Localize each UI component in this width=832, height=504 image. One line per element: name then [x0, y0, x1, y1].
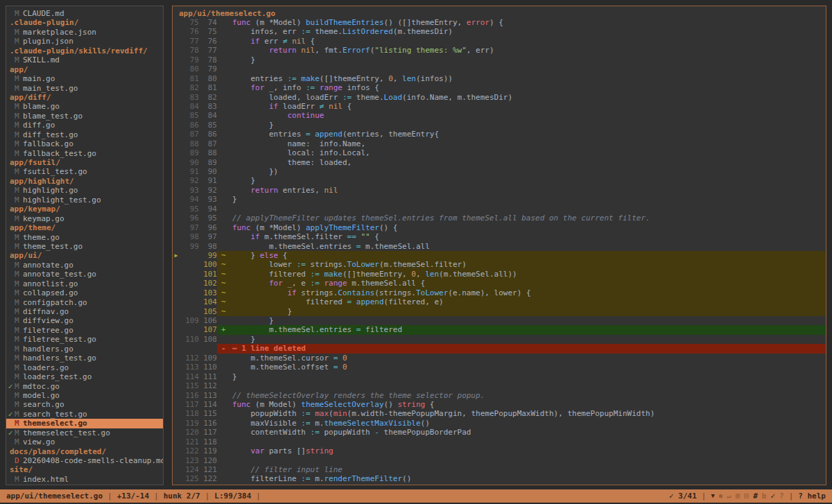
new-line-number: 98: [199, 242, 217, 251]
code-token: func: [232, 18, 251, 27]
tree-file-row[interactable]: Mcollapsed.go: [6, 288, 163, 297]
tree-file-row[interactable]: Mannotlist.go: [6, 279, 163, 288]
tree-file-row[interactable]: Mhighlight.go: [6, 186, 163, 195]
old-line-number: 114: [180, 372, 199, 381]
tree-file-row[interactable]: MCLAUDE.md: [6, 9, 163, 18]
file-status-badge: M: [15, 475, 23, 484]
code-token: append: [356, 297, 384, 306]
tree-file-row[interactable]: Mloaders_test.go: [6, 372, 163, 381]
tree-file-row[interactable]: Mannotate_test.go: [6, 270, 163, 279]
old-line-number: 89: [180, 148, 199, 157]
tree-file-row[interactable]: Mplugin.json: [6, 37, 163, 46]
code-token: [232, 111, 287, 120]
tree-dir-row[interactable]: site/: [6, 465, 163, 474]
tree-dir-row[interactable]: .claude-plugin/skills/revdiff/: [6, 46, 163, 55]
tree-file-row[interactable]: ✓Mthemeselect_test.go: [6, 428, 163, 437]
tree-file-row[interactable]: Mannotate.go: [6, 261, 163, 270]
tree-file-row[interactable]: Mview.go: [6, 437, 163, 446]
new-line-number: 97: [199, 232, 217, 241]
tree-dir-row[interactable]: app/: [6, 65, 163, 74]
tree-file-row[interactable]: Mfiletree_test.go: [6, 335, 163, 344]
tree-file-row[interactable]: Mtheme_test.go: [6, 242, 163, 251]
tree-file-row[interactable]: Msearch.go: [6, 400, 163, 409]
code-token: string: [306, 446, 333, 455]
tree-dir-row[interactable]: docs/plans/completed/: [6, 447, 163, 456]
tree-file-row[interactable]: Mloaders.go: [6, 363, 163, 372]
tree-file-row[interactable]: Mblame.go: [6, 102, 163, 111]
tree-file-row[interactable]: Mtheme.go: [6, 233, 163, 242]
tree-file-row[interactable]: Mmarketplace.json: [6, 28, 163, 37]
status-separator: |: [103, 489, 117, 503]
tree-file-row[interactable]: Mfallback_test.go: [6, 149, 163, 158]
code-token: ToLower: [347, 260, 379, 269]
status-diff-stats: +13/-14: [117, 489, 149, 503]
old-line-number: [180, 325, 199, 334]
tree-file-row[interactable]: D20260408-code-smells-cleanup.md: [6, 456, 163, 465]
code-line: ▶99~ } else {: [173, 251, 826, 260]
new-line-number: [199, 344, 217, 353]
tree-file-row[interactable]: MSKILL.md: [6, 55, 163, 64]
tree-file-row[interactable]: Mblame_test.go: [6, 112, 163, 121]
help-hint[interactable]: ? help: [798, 489, 826, 503]
reviewed-check-icon: [6, 437, 15, 446]
tree-file-row[interactable]: Mmodel.go: [6, 391, 163, 400]
tree-file-row[interactable]: Mkeymap.go: [6, 214, 163, 223]
tree-file-row[interactable]: Mdiff.go: [6, 121, 163, 130]
tree-file-row[interactable]: Mmain_test.go: [6, 84, 163, 93]
tree-dir-row[interactable]: app/theme/: [6, 223, 163, 232]
tree-dir-row[interactable]: app/fsutil/: [6, 158, 163, 167]
code-token: =: [333, 354, 338, 363]
tree-file-row[interactable]: Mhandlers_test.go: [6, 354, 163, 363]
tree-file-row[interactable]: Mmain.go: [6, 74, 163, 83]
tree-file-row[interactable]: Mdiffview.go: [6, 316, 163, 325]
tree-file-row[interactable]: Mhandlers.go: [6, 345, 163, 354]
tree-file-row[interactable]: Mhighlight_test.go: [6, 195, 163, 205]
code-token: :=: [311, 270, 320, 279]
new-line-number: 99: [199, 251, 217, 260]
file-status-badge: M: [15, 195, 23, 205]
tree-file-row[interactable]: Mfiletree.go: [6, 326, 163, 335]
tree-file-row[interactable]: Mdiff_test.go: [6, 130, 163, 139]
tree-dir-row[interactable]: app/diff/: [6, 93, 163, 102]
new-line-number: 75: [199, 27, 217, 36]
code-token: func: [232, 223, 251, 232]
tree-file-row[interactable]: Mdiffnav.go: [6, 307, 163, 316]
new-line-number: 88: [199, 148, 217, 157]
tree-dir-row[interactable]: app/highlight/: [6, 177, 163, 186]
tree-dir-row[interactable]: app/ui/: [6, 251, 163, 260]
tree-file-row[interactable]: Mfsutil_test.go: [6, 167, 163, 176]
tree-dir-row[interactable]: .claude-plugin/: [6, 18, 163, 27]
code-line: 107+ m.themeSel.entries = filtered: [173, 325, 826, 334]
old-line-number: [180, 344, 199, 353]
tree-file-row[interactable]: ✓Msearch_test.go: [6, 410, 163, 419]
tree-file-row[interactable]: Mfallback.go: [6, 139, 163, 148]
code-token: nil: [329, 102, 343, 111]
tree-file-row[interactable]: ✓Mmdtoc.go: [6, 382, 163, 391]
status-separator: |: [251, 489, 266, 503]
tree-file-row[interactable]: Mconfigpatch.go: [6, 298, 163, 307]
code-line: 8281 for _, info := range infos {: [173, 83, 826, 92]
old-line-number: 86: [180, 121, 199, 130]
hunk-arrow-slot: [173, 102, 180, 111]
tree-file-row[interactable]: Mindex.html: [6, 475, 163, 484]
tree-dir-row[interactable]: app/keymap/: [6, 205, 163, 214]
code-line: 112109 m.themeSel.cursor = 0: [173, 354, 826, 363]
old-line-number: 97: [180, 223, 199, 232]
reviewed-check-icon: [6, 9, 15, 18]
code-token: continue: [287, 111, 324, 120]
code-token: loadErr: [278, 102, 320, 111]
code-token: ≠: [283, 37, 288, 46]
code-line-content: ~ }: [217, 307, 826, 316]
code-line-content: }: [217, 195, 826, 204]
code-token: (infos)): [416, 74, 453, 83]
question-icon: ?: [779, 489, 784, 503]
code-token: (e.name), lower) {: [448, 288, 530, 297]
code-line: 109106 }: [173, 316, 826, 325]
code-token: :=: [306, 83, 315, 92]
old-line-number: 113: [180, 363, 199, 372]
new-line-number: 76: [199, 37, 217, 46]
diff-marker: ~: [221, 288, 232, 297]
code-token: len: [402, 74, 416, 83]
diff-marker: [221, 223, 232, 232]
tree-file-row[interactable]: Mthemeselect.go: [6, 419, 163, 428]
